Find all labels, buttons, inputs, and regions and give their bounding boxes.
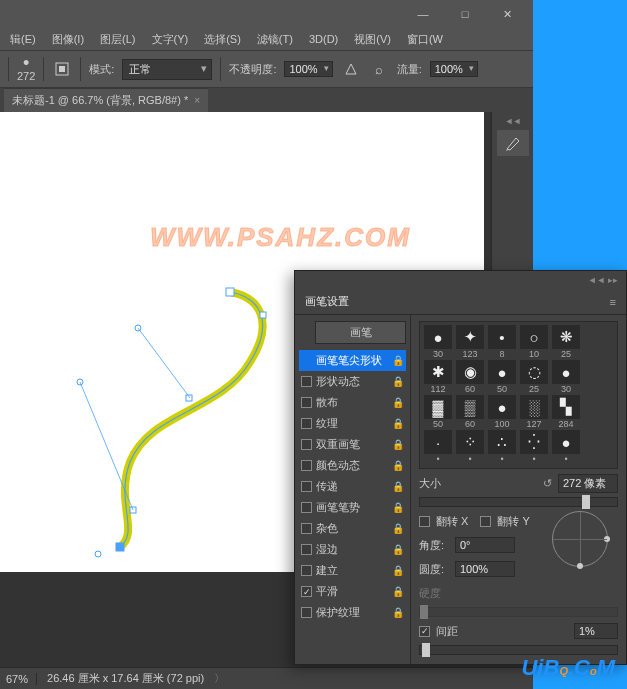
status-popup-icon[interactable]: 〉 — [214, 671, 225, 686]
row-checkbox[interactable] — [301, 523, 312, 534]
brush-panel-icon[interactable] — [52, 59, 72, 79]
menu-3d[interactable]: 3D(D) — [303, 31, 344, 47]
spacing-checkbox[interactable]: ✓ — [419, 626, 430, 637]
row-checkbox[interactable] — [301, 439, 312, 450]
menu-edit[interactable]: 辑(E) — [4, 30, 42, 49]
brush-preset[interactable]: ●• — [551, 430, 581, 465]
brush-preset[interactable]: ·• — [423, 430, 453, 465]
brush-preset[interactable]: ◌25 — [519, 360, 549, 395]
brush-preset[interactable]: ●30 — [423, 325, 453, 360]
brush-preset[interactable]: ∴• — [487, 430, 517, 465]
menu-filter[interactable]: 滤镜(T) — [251, 30, 299, 49]
brush-option-row[interactable]: 画笔笔势🔒 — [299, 497, 406, 518]
brush-preset[interactable]: ❋25 — [551, 325, 581, 360]
brush-option-row[interactable]: 画笔笔尖形状🔒 — [299, 350, 406, 371]
row-checkbox[interactable] — [301, 502, 312, 513]
lock-icon[interactable]: 🔒 — [392, 565, 404, 576]
mode-dropdown[interactable]: 正常 — [122, 59, 212, 80]
lock-icon[interactable]: 🔒 — [392, 481, 404, 492]
brush-preset[interactable]: ⁘• — [455, 430, 485, 465]
brush-preset[interactable]: ✦123 — [455, 325, 485, 360]
pressure-opacity-icon[interactable] — [341, 59, 361, 79]
angle-input[interactable]: 0° — [455, 537, 515, 553]
row-checkbox[interactable] — [301, 376, 312, 387]
brush-panel-shortcut[interactable] — [497, 130, 529, 156]
flip-y-checkbox[interactable] — [480, 516, 491, 527]
brush-preset[interactable]: ⁛• — [519, 430, 549, 465]
preset-size: 50 — [433, 419, 443, 430]
menu-window[interactable]: 窗口(W — [401, 30, 449, 49]
brush-preset[interactable]: ●30 — [551, 360, 581, 395]
zoom-value[interactable]: 67% — [6, 673, 37, 685]
brush-option-row[interactable]: 杂色🔒 — [299, 518, 406, 539]
brush-preset-picker[interactable]: • 272 — [17, 56, 35, 82]
flip-x-checkbox[interactable] — [419, 516, 430, 527]
row-checkbox[interactable] — [301, 460, 312, 471]
lock-icon[interactable]: 🔒 — [392, 586, 404, 597]
brush-preset[interactable]: ●50 — [487, 360, 517, 395]
brush-option-row[interactable]: 保护纹理🔒 — [299, 602, 406, 623]
angle-wheel[interactable] — [552, 511, 608, 567]
lock-icon[interactable]: 🔒 — [392, 397, 404, 408]
lock-icon[interactable]: 🔒 — [392, 355, 404, 366]
document-tab[interactable]: 未标题-1 @ 66.7% (背景, RGB/8#) * × — [4, 88, 208, 112]
search-icon[interactable]: ⌕ — [369, 59, 389, 79]
brush-preset[interactable]: ▒60 — [455, 395, 485, 430]
menu-type[interactable]: 文字(Y) — [146, 30, 195, 49]
row-checkbox[interactable] — [301, 397, 312, 408]
brush-preset[interactable]: ▓50 — [423, 395, 453, 430]
brush-option-row[interactable]: 湿边🔒 — [299, 539, 406, 560]
lock-icon[interactable]: 🔒 — [392, 523, 404, 534]
menu-bar: 辑(E) 图像(I) 图层(L) 文字(Y) 选择(S) 滤镜(T) 3D(D)… — [0, 28, 533, 50]
brush-option-row[interactable]: 双重画笔🔒 — [299, 434, 406, 455]
row-checkbox[interactable] — [301, 544, 312, 555]
brush-option-row[interactable]: 形状动态🔒 — [299, 371, 406, 392]
lock-icon[interactable]: 🔒 — [392, 418, 404, 429]
reset-size-icon[interactable]: ↺ — [543, 477, 552, 490]
row-checkbox[interactable] — [301, 565, 312, 576]
brush-tip-grid[interactable]: ●30✦123•8○10❋25✱112◉60●50◌25●30▓50▒60●10… — [419, 321, 618, 469]
panel-collapse-handle[interactable]: ◄◄ ▸▸ — [295, 271, 626, 289]
lock-icon[interactable]: 🔒 — [392, 439, 404, 450]
brush-option-row[interactable]: 纹理🔒 — [299, 413, 406, 434]
size-slider[interactable] — [419, 497, 618, 507]
lock-icon[interactable]: 🔒 — [392, 460, 404, 471]
brush-option-row[interactable]: ✓平滑🔒 — [299, 581, 406, 602]
panel-menu-icon[interactable]: ≡ — [610, 296, 616, 308]
tab-close-icon[interactable]: × — [194, 95, 200, 106]
maximize-button[interactable]: □ — [445, 2, 485, 26]
row-checkbox[interactable] — [301, 607, 312, 618]
lock-icon[interactable]: 🔒 — [392, 376, 404, 387]
menu-layer[interactable]: 图层(L) — [94, 30, 141, 49]
row-checkbox[interactable]: ✓ — [301, 586, 312, 597]
menu-image[interactable]: 图像(I) — [46, 30, 90, 49]
roundness-input[interactable]: 100% — [455, 561, 515, 577]
close-button[interactable]: ✕ — [487, 2, 527, 26]
brush-presets-tab[interactable]: 画笔 — [315, 321, 406, 344]
brush-option-row[interactable]: 传递🔒 — [299, 476, 406, 497]
row-checkbox[interactable] — [301, 481, 312, 492]
flow-input[interactable]: 100% — [430, 61, 478, 77]
menu-view[interactable]: 视图(V) — [348, 30, 397, 49]
brush-preset[interactable]: •8 — [487, 325, 517, 360]
brush-preset[interactable]: ▚284 — [551, 395, 581, 430]
minimize-button[interactable]: — — [403, 2, 443, 26]
lock-icon[interactable]: 🔒 — [392, 607, 404, 618]
brush-preset[interactable]: ░127 — [519, 395, 549, 430]
menu-select[interactable]: 选择(S) — [198, 30, 247, 49]
brush-option-row[interactable]: 颜色动态🔒 — [299, 455, 406, 476]
brush-preset[interactable]: ◉60 — [455, 360, 485, 395]
brush-preset[interactable]: ●100 — [487, 395, 517, 430]
spacing-input[interactable]: 1% — [574, 623, 618, 639]
lock-icon[interactable]: 🔒 — [392, 502, 404, 513]
opacity-input[interactable]: 100% — [284, 61, 332, 77]
brush-option-row[interactable]: 建立🔒 — [299, 560, 406, 581]
row-checkbox[interactable] — [301, 418, 312, 429]
brush-option-row[interactable]: 散布🔒 — [299, 392, 406, 413]
brush-preset[interactable]: ✱112 — [423, 360, 453, 395]
spacing-slider[interactable] — [419, 645, 618, 655]
lock-icon[interactable]: 🔒 — [392, 544, 404, 555]
brush-preset[interactable]: ○10 — [519, 325, 549, 360]
size-input[interactable]: 272 像素 — [558, 474, 618, 493]
panel-expand-handle[interactable]: ◄◄ — [505, 116, 521, 126]
